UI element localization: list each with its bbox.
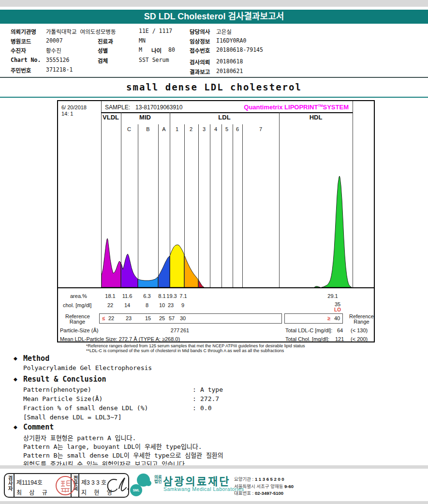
area-value: 8.1	[158, 293, 165, 299]
cell-divider	[14, 474, 15, 497]
grid-line	[233, 124, 233, 287]
field-label: 주민번호	[11, 66, 31, 74]
field-value: M	[139, 46, 142, 53]
particle-size-value: 277	[171, 327, 179, 333]
mean-particle-size: Mean LDL-Particle Size: 272.7 Å (TYPE A;…	[60, 336, 180, 342]
row-label-particle-size: Particle-Size (Å)	[60, 327, 98, 333]
ge-symbol: ≥	[327, 315, 330, 321]
logo-monogram: SML	[130, 484, 142, 496]
ref-value: 23	[126, 315, 132, 321]
ref-value: 57	[169, 315, 175, 321]
field-label: 검체	[98, 57, 108, 64]
result-value: 272.7	[200, 395, 219, 402]
total-ldl-c-ref: (< 130)	[351, 327, 368, 333]
run-date: 6/ 20/2018	[61, 104, 87, 110]
field-label: 검사의뢰	[190, 58, 210, 66]
chol-value: 8	[146, 302, 148, 308]
grid-line	[101, 101, 102, 287]
field-label: Chart No.	[11, 57, 41, 63]
row-label-reference-left: Reference Range	[65, 314, 89, 325]
institution-code: 요양기관 : 1 1 3 6 5 2 0 0	[234, 475, 284, 482]
field-label: 임상정보	[190, 37, 210, 45]
footer-divider-strip	[0, 465, 428, 469]
ref-value: 25	[159, 315, 165, 321]
field-label: 의뢰기관명	[11, 28, 36, 35]
subband-label: 4	[214, 126, 217, 132]
brand-system: SYSTEM	[323, 104, 349, 111]
field-value: 황수진	[46, 46, 61, 54]
diamond-icon: ◆	[14, 375, 17, 383]
total-chol-value: 121	[335, 336, 344, 342]
densitometry-curve	[101, 112, 353, 287]
header-border	[101, 112, 353, 113]
subband-label: 1	[176, 126, 178, 132]
examiner-role-label: 검사자	[6, 475, 14, 496]
area-value: 18.1	[105, 293, 115, 299]
row-label-chol: chol. [mg/dl]	[63, 302, 91, 308]
area-value: 11.6	[122, 293, 133, 299]
institution-code-value: 1 1 3 6 5 2 0 0	[255, 476, 284, 482]
signature-box: 검사자 제11194호 최 삼 규 전문의 제3 3 3 호 지 현 영	[4, 473, 129, 498]
field-value: 3555126	[46, 57, 69, 63]
field-value: 11E / 1117	[139, 28, 172, 34]
comment-line: Pattern A는 large, buoyant LDL이 우세한 type입…	[23, 442, 202, 451]
method-heading: Method	[23, 354, 49, 363]
address-number: 9-60	[284, 484, 294, 489]
result-colon: :	[192, 386, 196, 393]
grid-line	[221, 124, 222, 287]
corp-type-label: 의료 법인	[154, 475, 162, 484]
chol-value: 23	[168, 302, 174, 308]
ref-value: 22	[108, 315, 114, 321]
field-value: SST Serum	[139, 57, 169, 63]
chol-value: 22	[107, 302, 113, 308]
subband-label: 2	[190, 126, 192, 132]
band-label-ldl: LDL	[218, 114, 230, 121]
trademark-symbol: TM	[318, 104, 323, 107]
result-value: 0.0	[200, 404, 211, 412]
corp-type-line2: 법인	[154, 479, 162, 484]
field-value: 371218-1	[46, 66, 73, 73]
result-label: Fraction % of small dense LDL (%)	[23, 404, 148, 412]
subband-label: 7	[259, 126, 262, 132]
field-value: 80	[168, 46, 175, 53]
divider	[0, 77, 428, 78]
address-text: 서울특별시 서초구 양재동	[234, 484, 284, 489]
result-colon: :	[192, 404, 196, 412]
field-value: 가톨릭대학교 여의도성모병동	[46, 28, 116, 35]
field-value: MN	[139, 37, 146, 44]
field-value: I16DY0RA0	[216, 37, 246, 44]
signature	[104, 476, 131, 496]
field-label: 성별	[98, 46, 108, 54]
area-value: 19.3	[166, 293, 177, 299]
sample-value: 13-817019063910	[135, 104, 182, 111]
field-label: 결과보고	[190, 68, 210, 75]
chart-footnote-2: **LDL-C is comprised of the sum of chole…	[86, 348, 284, 353]
total-chol-label: Total Chol. [mg/dl]:	[285, 336, 329, 342]
row-label-reference-right: Reference Range	[348, 314, 375, 325]
subband-label: C	[127, 126, 131, 132]
address: 서울특별시 서초구 양재동 9-60	[234, 483, 294, 489]
ref-value: 30	[180, 315, 186, 321]
result-value: A type	[200, 386, 223, 393]
lipoprint-chart: 6/ 20/2018 14: 1 SAMPLE: 13-817019063910…	[57, 100, 375, 342]
field-label: 접수번호	[190, 46, 210, 54]
grid-line	[158, 124, 159, 287]
total-ldl-c-label: Total LDL-C [mg/dl]:	[285, 327, 332, 333]
brand-text: Quantimetrix LIPOPRINTTMSYSTEM	[244, 104, 349, 111]
field-value: 20007	[46, 37, 63, 44]
phone-label: 대표번호 :	[234, 490, 253, 496]
field-label: 진료과	[98, 37, 113, 45]
specialist-cert-no: 제3 3 3 호	[81, 478, 106, 486]
field-label: 수진자	[11, 46, 26, 54]
ref-value: 15	[145, 315, 151, 321]
chol-value: 10	[159, 302, 165, 308]
top-margin-strip	[0, 0, 428, 7]
field-value: 20180618-79145	[216, 46, 263, 53]
chart-footnote-1: *Reference ranges derived from 125 serum…	[86, 343, 305, 348]
total-chol-ref: (< 200)	[351, 336, 368, 342]
band-label-vldl: VLDL	[103, 114, 119, 121]
diamond-icon: ◆	[14, 355, 17, 362]
page-title: small dense LDL cholesterol	[0, 82, 428, 92]
org-name-en: Samkwang Medical Laboratories	[163, 486, 244, 492]
total-ldl-c-value: 64	[337, 327, 343, 333]
